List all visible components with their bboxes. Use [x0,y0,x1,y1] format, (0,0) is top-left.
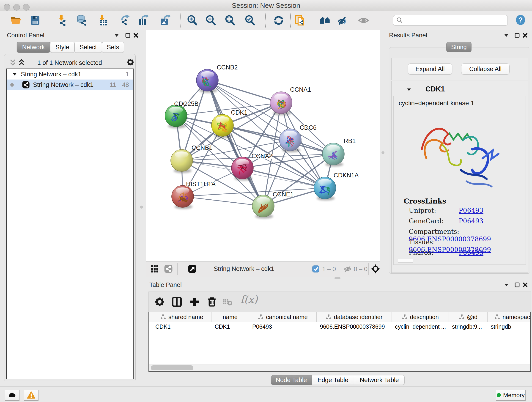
export-network-icon[interactable] [120,15,131,26]
column-header-description[interactable]: description [392,312,449,322]
cell-namespace[interactable]: stringdb [488,322,531,332]
column-header--id[interactable]: @id [449,312,488,322]
tab-node-table[interactable]: Node Table [271,375,312,385]
import-table-file-icon[interactable] [97,15,108,26]
cell-name[interactable]: CDK1 [211,322,249,332]
close-panel-icon[interactable] [522,32,529,39]
float-panel-icon[interactable] [113,32,120,39]
results-scrollbar-thumb[interactable] [398,259,413,263]
table-options-gear-icon[interactable] [154,296,165,307]
network-badge-icon[interactable] [164,264,173,273]
create-column-icon[interactable] [189,296,200,307]
node-CCNB1[interactable] [171,149,193,173]
maximize-panel-icon[interactable] [124,32,131,39]
table-row[interactable]: CDK1CDK1P064939606.ENSP00000378699cyclin… [149,322,530,332]
network-column-icon [459,314,465,320]
float-panel-icon[interactable] [503,281,510,288]
collapse-all-button[interactable]: Collapse All [461,64,510,75]
zoom-in-icon[interactable] [187,15,198,26]
network-collection-row[interactable]: String Network – cdk1 1 [7,69,133,80]
cell-description[interactable]: cyclin–dependent ... [392,322,449,332]
node-CDC25B[interactable] [165,105,187,128]
hidden-eye-slash-icon[interactable] [344,265,351,273]
maximize-panel-icon[interactable] [514,32,520,39]
node-CCNA2[interactable] [231,157,253,181]
import-network-database-icon[interactable] [76,15,87,26]
close-panel-icon[interactable] [133,32,139,39]
maximize-panel-icon[interactable] [514,281,520,288]
node-CCNA1[interactable] [270,92,292,115]
warnings-button[interactable] [24,390,38,401]
gene-expander-icon[interactable] [406,86,412,93]
node-CCNE1[interactable] [252,195,274,219]
export-table-icon[interactable] [138,15,149,26]
tab-edge-table[interactable]: Edge Table [312,375,354,385]
export-image-icon[interactable] [160,15,171,26]
zoom-selected-icon[interactable] [244,15,255,26]
table-horizontal-scrollbar[interactable] [149,364,530,371]
network-options-gear-icon[interactable] [126,58,134,66]
crosslink-value-link[interactable]: P06493 [459,217,483,225]
column-header-shared-name[interactable]: shared name [152,312,211,322]
tab-select[interactable]: Select [75,42,102,53]
tab-sets[interactable]: Sets [102,42,124,53]
collection-expander-icon[interactable] [12,71,18,77]
import-network-file-icon[interactable] [56,15,67,26]
network-row-selected[interactable]: String Network – cdk1 11 48 [7,80,133,90]
column-header-name[interactable]: name [211,312,249,322]
duplicate-network-icon[interactable] [295,15,306,26]
tab-network[interactable]: Network [17,42,50,53]
vertical-splitter-grip[interactable] [140,206,143,209]
cell-database-identifier[interactable]: 9606.ENSP00000378699 [317,322,392,332]
zoom-out-icon[interactable] [205,15,216,26]
scrollbar-thumb[interactable] [151,365,193,370]
cell-canonical-name[interactable]: P06493 [249,322,317,332]
show-columns-icon[interactable] [171,296,182,307]
column-header-namespace[interactable]: namespace [488,312,531,322]
toolbar-separator [113,13,113,27]
selected-checkbox-icon[interactable] [312,265,319,273]
fit-selected-crosshair-icon[interactable] [371,264,380,274]
close-panel-icon[interactable] [522,281,529,288]
expand-all-button[interactable]: Expand All [408,64,452,75]
network-view-canvas[interactable]: CCNB2CCNA1CDC25BCDK1CDC6RB1CCNB1CCNA2CDK… [146,30,380,261]
crosslink-label: GeneCard: [409,217,459,225]
column-header-database-identifier[interactable]: database identifier [317,312,392,322]
column-header-canonical-name[interactable]: canonical name [249,312,317,322]
tab-string[interactable]: String [446,42,472,52]
search-input[interactable] [403,17,507,24]
crosslink-value-link[interactable]: P06493 [459,207,483,214]
zoom-fit-icon[interactable] [225,15,235,26]
refresh-icon[interactable] [273,15,284,26]
birdseye-view-icon[interactable] [188,264,196,273]
help-icon[interactable]: ? [515,14,526,26]
expand-all-networks-icon[interactable] [18,58,25,66]
edge-CCNB2-CCNE1[interactable] [207,80,263,206]
cell-shared-name[interactable]: CDK1 [152,322,211,332]
tab-network-table[interactable]: Network Table [354,375,405,385]
node-HIST1H1A[interactable] [172,185,194,209]
cell--id[interactable]: stringdb:9... [449,322,488,332]
show-all-icon[interactable] [358,15,369,26]
cloud-status-button[interactable] [5,390,19,401]
search-field[interactable] [393,15,508,26]
grid-view-icon[interactable] [150,264,159,273]
node-RB1[interactable] [322,143,344,167]
save-session-icon[interactable] [30,15,41,26]
crosslink-label: Uniprot: [409,207,459,214]
memory-button[interactable]: Memory [496,390,526,401]
node-CDKN1A[interactable] [314,177,336,201]
edge-CCNB2-CCNA1[interactable] [207,80,281,103]
float-panel-icon[interactable] [503,32,510,39]
network-tree: String Network – cdk1 1 String Network –… [6,69,133,379]
edge-HIST1H1A-CCNE1[interactable] [183,196,263,206]
table-toolbar: f(x) [148,292,531,312]
delete-column-icon[interactable] [206,296,217,307]
crosslink-value-link[interactable]: P06493 [459,249,483,256]
first-neighbors-icon[interactable] [319,15,330,26]
tab-style[interactable]: Style [50,42,75,53]
open-session-icon[interactable] [10,15,21,26]
network-label: String Network – cdk1 [33,81,94,89]
hide-selected-icon[interactable] [337,15,348,26]
collapse-all-networks-icon[interactable] [9,58,17,66]
